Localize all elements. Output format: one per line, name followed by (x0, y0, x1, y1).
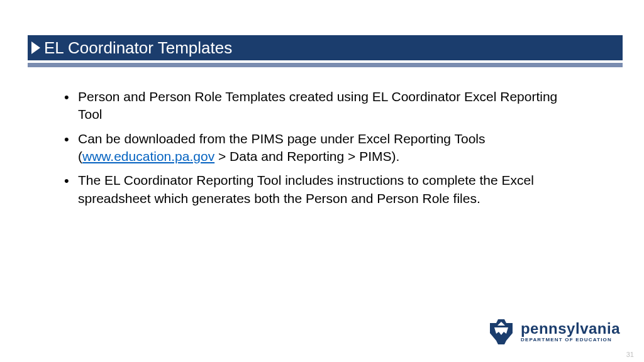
title-underline (28, 63, 623, 67)
keystone-icon (488, 319, 514, 344)
content-area: Person and Person Role Templates created… (60, 88, 569, 214)
bullet-text: Person and Person Role Templates created… (78, 89, 557, 121)
bullet-text: The EL Coordinator Reporting Tool includ… (78, 173, 534, 205)
bullet-text-post: > Data and Reporting > PIMS). (214, 149, 399, 163)
page-number: 31 (626, 351, 634, 358)
list-item: Person and Person Role Templates created… (60, 88, 569, 124)
list-item: Can be downloaded from the PIMS page und… (60, 130, 569, 166)
logo-state: pennsylvania (521, 321, 620, 336)
slide: EL Coordinator Templates Person and Pers… (0, 0, 644, 362)
education-link[interactable]: www.education.pa.gov (82, 149, 214, 163)
slide-title: EL Coordinator Templates (44, 38, 232, 58)
logo-dept: DEPARTMENT OF EDUCATION (521, 337, 620, 343)
footer-logo: pennsylvania DEPARTMENT OF EDUCATION (488, 319, 620, 344)
list-item: The EL Coordinator Reporting Tool includ… (60, 172, 569, 207)
bullet-list: Person and Person Role Templates created… (60, 88, 569, 207)
logo-text: pennsylvania DEPARTMENT OF EDUCATION (521, 321, 620, 343)
title-bar: EL Coordinator Templates (28, 35, 623, 60)
triangle-icon (31, 41, 40, 54)
